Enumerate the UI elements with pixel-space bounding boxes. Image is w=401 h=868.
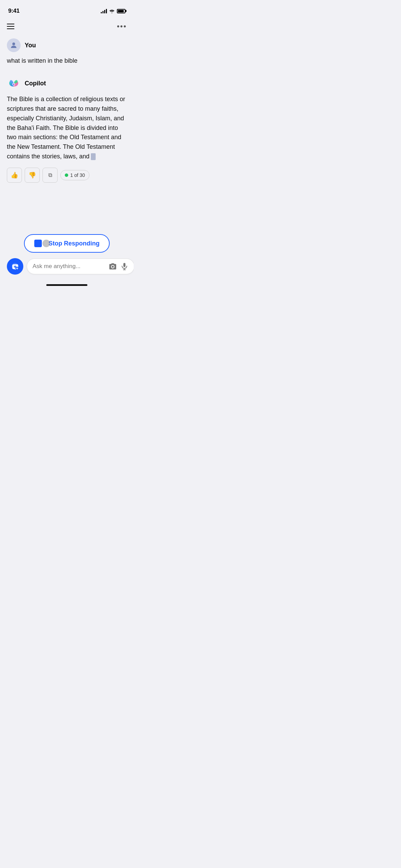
wifi-icon — [109, 9, 115, 13]
stop-circle-overlay — [42, 240, 50, 247]
user-message-block: You what is written in the bible — [7, 38, 127, 66]
more-options-button[interactable]: ••• — [117, 23, 127, 30]
hamburger-line — [7, 28, 14, 29]
user-message-header: You — [7, 38, 127, 52]
microphone-icon — [120, 262, 129, 270]
copy-icon: ⧉ — [48, 172, 52, 178]
chat-input[interactable] — [33, 263, 105, 270]
input-row — [7, 258, 127, 275]
svg-point-0 — [12, 43, 15, 45]
copilot-message-header: Copilot — [7, 77, 127, 91]
copilot-avatar — [7, 77, 21, 91]
thumbs-up-button[interactable]: 👍 — [7, 168, 22, 183]
copilot-message-block: Copilot The Bible is a collection of rel… — [7, 77, 127, 183]
camera-icon — [109, 262, 117, 270]
new-chat-button[interactable] — [7, 258, 23, 275]
copilot-logo-icon — [8, 77, 20, 90]
home-indicator — [0, 281, 134, 289]
thumbs-up-icon: 👍 — [11, 171, 18, 179]
bottom-area: Stop Responding — [0, 229, 134, 281]
source-count: 1 of 30 — [70, 172, 85, 178]
user-sender-name: You — [25, 42, 36, 49]
feedback-row: 👍 👎 ⧉ 1 of 30 — [7, 168, 127, 183]
new-chat-icon — [11, 262, 20, 271]
svg-point-2 — [13, 83, 15, 85]
copilot-message-text: The Bible is a collection of religious t… — [7, 95, 127, 161]
user-avatar — [7, 38, 21, 52]
battery-icon — [117, 9, 125, 13]
svg-point-9 — [112, 266, 114, 268]
home-bar — [46, 284, 87, 286]
menu-button[interactable] — [7, 24, 14, 29]
chat-content: You what is written in the bible — [0, 33, 134, 229]
thumbs-down-icon: 👎 — [28, 171, 36, 179]
copilot-sender-name: Copilot — [25, 80, 46, 87]
signal-icon — [101, 9, 107, 13]
svg-rect-10 — [123, 263, 125, 267]
status-bar: 9:41 — [0, 0, 134, 17]
source-badge[interactable]: 1 of 30 — [60, 170, 89, 180]
microphone-button[interactable] — [120, 262, 129, 270]
source-dot — [65, 173, 68, 177]
stop-responding-label: Stop Responding — [49, 240, 100, 247]
hamburger-line — [7, 24, 14, 24]
hamburger-line — [7, 26, 14, 27]
thumbs-down-button[interactable]: 👎 — [25, 168, 40, 183]
stop-responding-button[interactable]: Stop Responding — [24, 234, 110, 253]
typing-cursor — [91, 153, 96, 160]
user-message-text: what is written in the bible — [7, 56, 127, 66]
stop-square-icon — [34, 240, 42, 247]
status-time: 9:41 — [8, 8, 20, 14]
header-nav: ••• — [0, 17, 134, 33]
status-icons — [101, 9, 125, 13]
user-icon — [10, 41, 18, 49]
copy-button[interactable]: ⧉ — [42, 168, 58, 183]
camera-button[interactable] — [109, 262, 117, 270]
input-container — [27, 258, 134, 274]
